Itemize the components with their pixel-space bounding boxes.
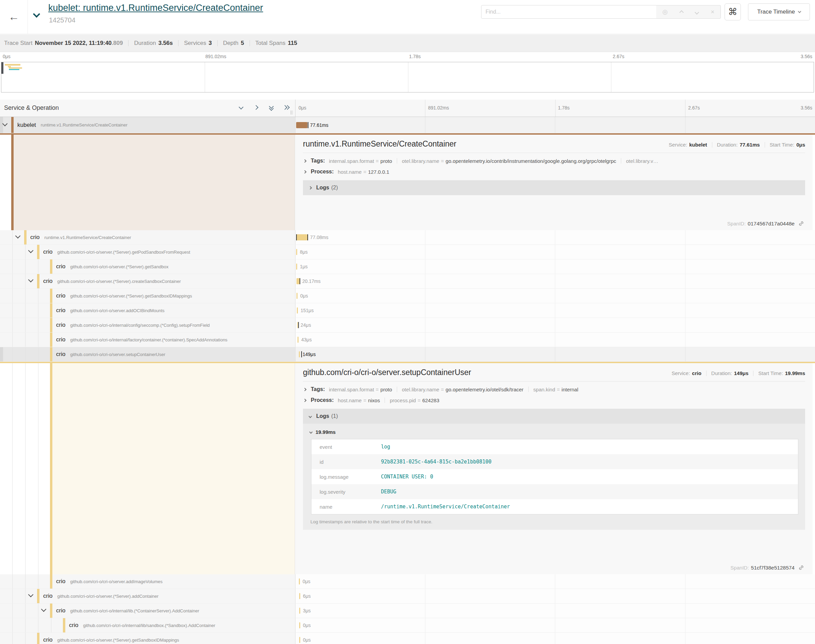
span-timeline-cell[interactable]: 0μs — [296, 633, 815, 644]
span-name-cell[interactable]: criogithub.com/cri-o/cri-o/internal/lib.… — [0, 604, 295, 618]
logs-toggle[interactable]: Logs(1) — [303, 409, 805, 424]
span-row[interactable]: criogithub.com/cri-o/cri-o/internal/lib.… — [0, 604, 815, 618]
span-timeline-cell[interactable]: 77.61ms — [296, 117, 815, 133]
span-timeline-cell[interactable]: 3μs — [296, 604, 815, 618]
span-row[interactable]: criogithub.com/cri-o/cri-o/server.(*Serv… — [0, 589, 815, 604]
process-row[interactable]: Process:host.name=nixosprocess.pid=62428… — [303, 397, 805, 403]
span-duration-bar[interactable] — [296, 122, 307, 128]
minimap-scrubber-handle[interactable] — [2, 62, 3, 74]
span-duration-bar[interactable] — [297, 293, 297, 299]
tags-row[interactable]: Tags:internal.span.format=protootel.libr… — [303, 386, 805, 393]
logs-body: 19.99mseventlogid92b82381-025c-4a64-815c… — [303, 424, 805, 530]
span-timeline-cell[interactable]: 0μs — [296, 574, 815, 589]
span-name-cell[interactable]: criogithub.com/cri-o/cri-o/internal/lib/… — [0, 618, 295, 632]
span-duration-bar[interactable] — [299, 608, 300, 614]
chevron-down-icon[interactable] — [2, 121, 8, 126]
span-name-cell[interactable]: criogithub.com/cri-o/cri-o/server.(*Serv… — [0, 259, 295, 274]
next-result-button[interactable] — [696, 9, 699, 15]
span-duration-bar[interactable] — [297, 337, 299, 343]
span-duration-bar[interactable] — [299, 351, 300, 357]
link-icon[interactable] — [798, 220, 804, 227]
chevron-down-icon[interactable] — [15, 233, 21, 239]
span-name-cell[interactable]: criogithub.com/cri-o/cri-o/server.addIma… — [0, 574, 295, 589]
span-timeline-cell[interactable]: 8μs — [296, 245, 815, 259]
span-name-cell[interactable]: crioruntime.v1.RuntimeService/CreateCont… — [0, 230, 295, 244]
span-timeline-cell[interactable]: 151μs — [296, 303, 815, 317]
span-row[interactable]: criogithub.com/cri-o/cri-o/internal/fact… — [0, 333, 815, 347]
span-row[interactable]: criogithub.com/cri-o/cri-o/server.addOCI… — [0, 303, 815, 318]
expand-one-button[interactable] — [253, 105, 260, 111]
chevron-down-icon[interactable] — [28, 277, 34, 282]
span-row[interactable]: criogithub.com/cri-o/cri-o/server.(*Serv… — [0, 633, 815, 644]
span-name-cell[interactable]: kubeletruntime.v1.RuntimeService/CreateC… — [0, 117, 295, 133]
span-timeline-cell[interactable]: 149μs — [296, 347, 815, 362]
clear-find-button[interactable]: × — [711, 9, 714, 15]
span-duration-bar[interactable] — [299, 593, 300, 599]
view-selector-button[interactable]: Trace Timeline — [748, 3, 810, 20]
span-duration-bar[interactable] — [299, 622, 300, 629]
process-row[interactable]: Process:host.name=127.0.0.1 — [303, 169, 805, 175]
log-entry-toggle[interactable]: 19.99ms — [309, 429, 800, 435]
trace-title-link[interactable]: kubelet: runtime.v1.RuntimeService/Creat… — [48, 3, 263, 13]
span-row[interactable]: criogithub.com/cri-o/cri-o/internal/conf… — [0, 318, 815, 333]
span-duration-bar[interactable] — [297, 307, 298, 313]
focus-icon[interactable]: ◎ — [662, 9, 668, 15]
logs-toggle[interactable]: Logs(2) — [303, 180, 805, 195]
tags-row[interactable]: Tags:internal.span.format=protootel.libr… — [303, 158, 805, 164]
span-row[interactable]: criogithub.com/cri-o/cri-o/server.(*Serv… — [0, 289, 815, 303]
column-resize-grip[interactable] — [291, 110, 293, 115]
span-name-cell[interactable]: criogithub.com/cri-o/cri-o/server.(*Serv… — [0, 633, 295, 644]
span-detail-panel: github.com/cri-o/cri-o/server.setupConta… — [0, 362, 815, 574]
span-row[interactable]: criogithub.com/cri-o/cri-o/server.(*Serv… — [0, 245, 815, 259]
service-color-bar — [37, 245, 40, 259]
back-button[interactable]: ← — [0, 0, 28, 34]
span-name-cell[interactable]: criogithub.com/cri-o/cri-o/server.setupC… — [0, 347, 295, 362]
link-icon[interactable] — [798, 564, 804, 571]
trace-minimap[interactable] — [1, 62, 814, 92]
span-row[interactable]: criogithub.com/cri-o/cri-o/server.addIma… — [0, 574, 815, 589]
chevron-down-icon[interactable] — [28, 248, 34, 253]
span-timeline-cell[interactable]: 0μs — [296, 618, 815, 632]
span-row[interactable]: criogithub.com/cri-o/cri-o/server.(*Serv… — [0, 259, 815, 274]
span-name-cell[interactable]: criogithub.com/cri-o/cri-o/server.addOCI… — [0, 303, 295, 317]
span-name-cell[interactable]: criogithub.com/cri-o/cri-o/server.(*Serv… — [0, 589, 295, 603]
span-row[interactable]: crioruntime.v1.RuntimeService/CreateCont… — [0, 230, 815, 245]
prev-result-button[interactable] — [680, 9, 683, 15]
span-duration-bar[interactable] — [296, 264, 297, 270]
span-timeline-cell[interactable]: 24μs — [296, 318, 815, 332]
span-timeline-cell[interactable]: 1μs — [296, 259, 815, 274]
span-timeline-cell[interactable]: 0μs — [296, 289, 815, 303]
span-row[interactable]: criogithub.com/cri-o/cri-o/server.(*Serv… — [0, 274, 815, 289]
span-name-cell[interactable]: criogithub.com/cri-o/cri-o/internal/conf… — [0, 318, 295, 332]
span-row[interactable]: criogithub.com/cri-o/cri-o/server.setupC… — [0, 347, 815, 362]
collapse-trace-button[interactable] — [34, 12, 40, 17]
span-tree-guide — [38, 347, 38, 362]
collapse-one-button[interactable] — [238, 105, 245, 111]
span-name-cell[interactable]: criogithub.com/cri-o/cri-o/server.(*Serv… — [0, 289, 295, 303]
span-row[interactable]: criogithub.com/cri-o/cri-o/internal/lib/… — [0, 618, 815, 633]
span-id-value: 0174567d17a0448e — [748, 221, 795, 227]
span-timeline-cell[interactable]: 43μs — [296, 333, 815, 347]
keyboard-shortcuts-button[interactable]: ⌘ — [725, 3, 741, 20]
span-duration-bar[interactable] — [296, 234, 307, 241]
span-name-cell[interactable]: criogithub.com/cri-o/cri-o/internal/fact… — [0, 333, 295, 347]
span-name-cell[interactable]: criogithub.com/cri-o/cri-o/server.(*Serv… — [0, 245, 295, 259]
chevron-down-icon[interactable] — [28, 592, 34, 597]
span-timeline-cell[interactable]: 6μs — [296, 589, 815, 603]
expand-all-button[interactable] — [283, 105, 291, 111]
chevron-down-icon[interactable] — [41, 607, 47, 612]
span-duration-bar[interactable] — [297, 278, 300, 284]
span-duration-bar[interactable] — [299, 637, 300, 643]
span-log-marker — [300, 278, 300, 284]
find-input[interactable] — [481, 5, 657, 19]
span-timeline-cell[interactable]: 20.17ms — [296, 274, 815, 288]
summary-divider — [178, 40, 179, 46]
span-duration-bar[interactable] — [299, 578, 300, 584]
span-row[interactable]: kubeletruntime.v1.RuntimeService/CreateC… — [0, 117, 815, 133]
span-name-cell[interactable]: criogithub.com/cri-o/cri-o/server.(*Serv… — [0, 274, 295, 288]
span-duration-bar[interactable] — [296, 249, 297, 255]
span-duration-bar[interactable] — [297, 322, 298, 328]
span-tree-guide — [38, 259, 38, 274]
collapse-all-button[interactable] — [268, 105, 276, 111]
span-timeline-cell[interactable]: 77.08ms — [296, 230, 815, 244]
